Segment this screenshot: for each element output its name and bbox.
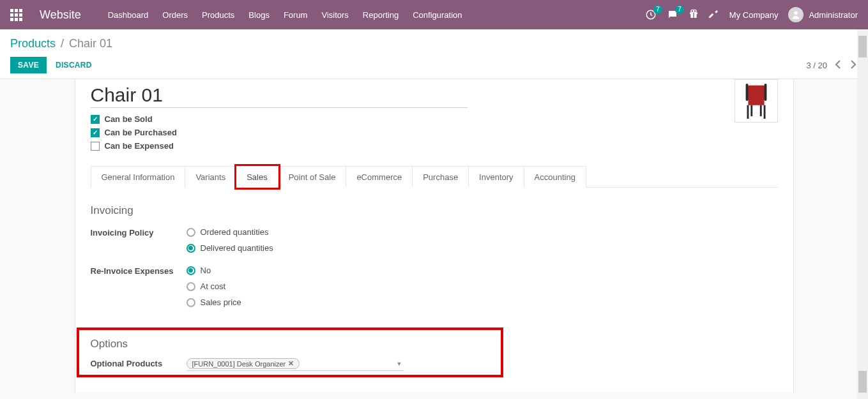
svg-rect-8 bbox=[748, 100, 764, 105]
checks: ✓ Can be Sold ✓ Can be Purchased Can be … bbox=[91, 114, 778, 151]
nav-link-configuration[interactable]: Configuration bbox=[413, 10, 462, 20]
action-bar: Products / Chair 01 SAVE DISCARD 3 / 20 bbox=[0, 29, 868, 79]
checkbox-icon: ✓ bbox=[91, 128, 100, 137]
nav-link-forum[interactable]: Forum bbox=[284, 10, 308, 20]
field-label: Re-Invoice Expenses bbox=[91, 266, 187, 307]
svg-rect-12 bbox=[763, 105, 765, 119]
radio-label: No bbox=[201, 266, 211, 275]
nav-link-orders[interactable]: Orders bbox=[162, 10, 188, 20]
svg-rect-11 bbox=[747, 105, 749, 119]
svg-rect-10 bbox=[764, 84, 766, 101]
gift-icon[interactable] bbox=[689, 9, 699, 21]
product-image[interactable] bbox=[735, 79, 778, 123]
breadcrumb: Products / Chair 01 bbox=[10, 37, 858, 50]
tab-purchase[interactable]: Purchase bbox=[413, 166, 469, 188]
field-label: Invoicing Policy bbox=[91, 227, 187, 253]
form-sheet: ✓ Can be Sold ✓ Can be Purchased Can be … bbox=[75, 79, 794, 393]
breadcrumb-current: Chair 01 bbox=[69, 37, 112, 50]
svg-point-5 bbox=[694, 10, 696, 12]
chevron-down-icon[interactable]: ▼ bbox=[397, 361, 404, 367]
svg-rect-9 bbox=[745, 84, 748, 101]
tab-general[interactable]: General Information bbox=[91, 166, 186, 188]
radio-label: Delivered quantities bbox=[201, 243, 273, 253]
svg-rect-7 bbox=[747, 86, 765, 100]
pager: 3 / 20 bbox=[806, 59, 858, 72]
check-label: Can be Expensed bbox=[105, 141, 174, 151]
breadcrumb-sep: / bbox=[61, 37, 64, 50]
breadcrumb-root[interactable]: Products bbox=[10, 37, 56, 50]
save-button[interactable]: SAVE bbox=[10, 57, 47, 73]
scrollbar-thumb[interactable] bbox=[858, 371, 867, 393]
tag-label: [FURN_0001] Desk Organizer bbox=[192, 360, 286, 368]
nav-link-dashboard[interactable]: Dashboard bbox=[108, 10, 149, 20]
nav-link-visitors[interactable]: Visitors bbox=[321, 10, 348, 20]
radio-salesprice[interactable]: Sales price bbox=[187, 297, 778, 307]
tab-variants[interactable]: Variants bbox=[185, 166, 236, 188]
top-nav: Website Dashboard Orders Products Blogs … bbox=[0, 0, 868, 29]
field-optional-products: Optional Products [FURN_0001] Desk Organ… bbox=[91, 358, 778, 371]
optional-products-input[interactable]: [FURN_0001] Desk Organizer ✕ ▼ bbox=[187, 358, 404, 371]
chat-badge: 7 bbox=[675, 5, 684, 14]
radio-icon bbox=[187, 266, 195, 275]
action-row: SAVE DISCARD 3 / 20 bbox=[10, 57, 858, 73]
tab-accounting[interactable]: Accounting bbox=[524, 166, 586, 188]
radio-label: Sales price bbox=[201, 297, 241, 307]
nav-right: 7 7 My Company Administrator bbox=[645, 7, 858, 22]
radio-icon bbox=[187, 228, 195, 237]
company-name[interactable]: My Company bbox=[729, 10, 779, 20]
svg-point-6 bbox=[795, 11, 798, 15]
radio-label: At cost bbox=[201, 282, 226, 291]
tab-ecommerce[interactable]: eCommerce bbox=[346, 166, 413, 188]
scrollbar-thumb[interactable] bbox=[858, 36, 867, 57]
pager-text: 3 / 20 bbox=[806, 61, 827, 70]
section-invoicing-title: Invoicing bbox=[91, 204, 778, 217]
avatar-icon bbox=[788, 7, 803, 22]
nav-link-blogs[interactable]: Blogs bbox=[248, 10, 270, 20]
sheet-container: ✓ Can be Sold ✓ Can be Purchased Can be … bbox=[0, 79, 868, 393]
checkbox-icon: ✓ bbox=[91, 115, 100, 124]
product-title-input[interactable] bbox=[91, 82, 468, 108]
brand[interactable]: Website bbox=[40, 8, 81, 22]
scrollbar-track[interactable] bbox=[857, 29, 868, 399]
options-block: Options Optional Products [FURN_0001] De… bbox=[91, 338, 778, 371]
radio-atcost[interactable]: At cost bbox=[187, 282, 778, 291]
tab-sales[interactable]: Sales bbox=[236, 166, 278, 188]
tag-remove-icon[interactable]: ✕ bbox=[288, 359, 294, 368]
radio-delivered[interactable]: Delivered quantities bbox=[187, 243, 778, 253]
pager-next-icon[interactable] bbox=[849, 59, 858, 72]
wrench-icon[interactable] bbox=[709, 9, 719, 21]
svg-rect-14 bbox=[759, 105, 761, 116]
chat-icon[interactable]: 7 bbox=[667, 9, 678, 20]
field-reinvoice: Re-Invoice Expenses No At cost bbox=[91, 266, 778, 307]
pager-prev-icon[interactable] bbox=[834, 59, 842, 72]
clock-icon[interactable]: 7 bbox=[645, 9, 657, 20]
nav-link-products[interactable]: Products bbox=[202, 10, 234, 20]
form-body: Invoicing Invoicing Policy Ordered quant… bbox=[91, 188, 778, 371]
radio-icon bbox=[187, 244, 195, 253]
clock-badge: 7 bbox=[653, 5, 662, 14]
check-purchased[interactable]: ✓ Can be Purchased bbox=[91, 128, 778, 137]
tabs: General Information Variants Sales Point… bbox=[91, 166, 778, 188]
apps-icon[interactable] bbox=[10, 9, 23, 21]
nav-links: Dashboard Orders Products Blogs Forum Vi… bbox=[108, 10, 462, 20]
radio-icon bbox=[187, 298, 195, 307]
tag-optional-product[interactable]: [FURN_0001] Desk Organizer ✕ bbox=[187, 358, 300, 369]
svg-rect-3 bbox=[693, 12, 694, 18]
radio-ordered[interactable]: Ordered quantities bbox=[187, 227, 778, 237]
section-options-title: Options bbox=[91, 338, 778, 350]
tab-inventory[interactable]: Inventory bbox=[469, 166, 524, 188]
field-invoicing-policy: Invoicing Policy Ordered quantities Deli… bbox=[91, 227, 778, 253]
discard-button[interactable]: DISCARD bbox=[56, 61, 92, 70]
check-sold[interactable]: ✓ Can be Sold bbox=[91, 114, 778, 124]
check-expensed[interactable]: Can be Expensed bbox=[91, 141, 778, 151]
user-menu[interactable]: Administrator bbox=[788, 7, 858, 22]
radio-group-policy: Ordered quantities Delivered quantities bbox=[187, 227, 778, 253]
field-label: Optional Products bbox=[91, 358, 187, 371]
user-name: Administrator bbox=[809, 10, 858, 20]
radio-label: Ordered quantities bbox=[201, 227, 269, 237]
checkbox-icon bbox=[91, 142, 100, 151]
tab-pos[interactable]: Point of Sale bbox=[278, 166, 347, 188]
svg-rect-13 bbox=[750, 105, 752, 116]
radio-no[interactable]: No bbox=[187, 266, 778, 275]
nav-link-reporting[interactable]: Reporting bbox=[363, 10, 399, 20]
